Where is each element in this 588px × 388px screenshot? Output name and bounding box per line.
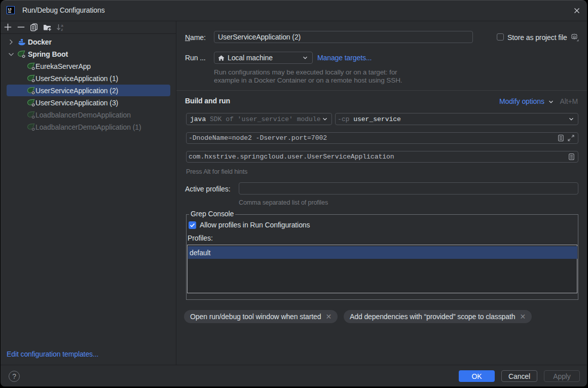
svg-text:IJ: IJ	[8, 7, 11, 12]
svg-text:z: z	[61, 27, 63, 31]
